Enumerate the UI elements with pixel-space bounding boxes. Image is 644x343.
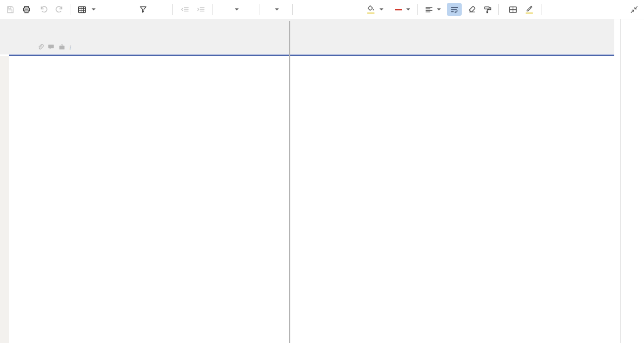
- fill-color-button[interactable]: [365, 3, 376, 15]
- toolbar-separator: [498, 4, 499, 15]
- chevron-down-icon: [437, 8, 441, 10]
- toolbar-separator: [70, 4, 70, 15]
- chevron-down-icon: [275, 8, 279, 10]
- indent-icon: [196, 4, 206, 14]
- paint-roller-icon: [483, 5, 492, 14]
- italic-button[interactable]: [317, 3, 329, 15]
- save-icon: [5, 5, 15, 14]
- right-rail: [620, 19, 644, 343]
- text-color-swatch: [395, 9, 402, 10]
- toolbar-separator: [541, 4, 541, 15]
- font-family-selector[interactable]: [219, 3, 252, 15]
- align-menu[interactable]: [435, 3, 443, 15]
- chevron-down-icon: [92, 8, 96, 10]
- more-options-button[interactable]: [547, 3, 563, 15]
- borders-button[interactable]: [506, 3, 519, 15]
- view-selector[interactable]: [77, 3, 132, 15]
- clear-formatting-button[interactable]: [466, 3, 478, 15]
- chevron-down-icon: [379, 8, 383, 10]
- toolbar-separator: [260, 4, 260, 15]
- redo-button[interactable]: [53, 3, 65, 15]
- text-color-button[interactable]: [392, 3, 404, 15]
- bold-button[interactable]: [300, 3, 312, 15]
- undo-icon: [39, 5, 49, 14]
- underline-button[interactable]: [333, 3, 345, 15]
- indent-button[interactable]: [194, 3, 207, 15]
- collapse-toolbar-button[interactable]: [628, 3, 640, 15]
- collapse-arrows-icon: [630, 5, 639, 14]
- comment-icon: [48, 44, 54, 50]
- outdent-icon: [180, 4, 190, 14]
- info-icon: i: [69, 44, 71, 50]
- toolbar: [0, 0, 644, 19]
- toolbar-separator: [172, 4, 173, 15]
- column-header-band: i: [0, 19, 614, 54]
- font-size-selector[interactable]: [265, 3, 286, 15]
- print-icon: [22, 5, 31, 14]
- sheet-grid: i: [0, 19, 614, 343]
- toolbar-separator: [292, 4, 293, 15]
- format-painter-button[interactable]: [482, 3, 493, 15]
- highlight-button[interactable]: [523, 3, 535, 15]
- filter-icon: [139, 5, 148, 14]
- gutter-header-icons: i: [37, 44, 71, 50]
- align-left-icon: [425, 5, 434, 14]
- highlight-pen-icon: [525, 5, 534, 12]
- toolbar-separator: [212, 4, 213, 15]
- align-button[interactable]: [423, 3, 435, 15]
- fill-color-icon: [367, 5, 375, 12]
- frozen-column-divider[interactable]: [289, 21, 290, 343]
- text-color-menu[interactable]: [404, 3, 412, 15]
- toolbar-separator: [417, 4, 418, 15]
- wrap-text-button[interactable]: [447, 3, 462, 16]
- outdent-button[interactable]: [178, 3, 191, 15]
- briefcase-icon: [58, 44, 65, 50]
- left-window-strip: [0, 56, 9, 343]
- eraser-icon: [467, 5, 477, 14]
- highlight-swatch: [526, 12, 533, 14]
- save-button[interactable]: [4, 3, 16, 15]
- strikethrough-button[interactable]: [349, 3, 361, 15]
- borders-icon: [508, 5, 518, 14]
- header-underline: [9, 54, 614, 56]
- print-button[interactable]: [20, 3, 32, 15]
- redo-icon: [54, 5, 64, 14]
- attachment-icon: [37, 44, 44, 50]
- wrap-text-icon: [450, 5, 459, 14]
- chevron-down-icon: [235, 8, 239, 10]
- grid-view-icon: [77, 5, 87, 14]
- chevron-down-icon: [406, 8, 410, 10]
- fill-color-swatch: [367, 12, 375, 14]
- filter-button[interactable]: [139, 3, 169, 15]
- undo-button[interactable]: [38, 3, 50, 15]
- fill-color-menu[interactable]: [377, 3, 385, 15]
